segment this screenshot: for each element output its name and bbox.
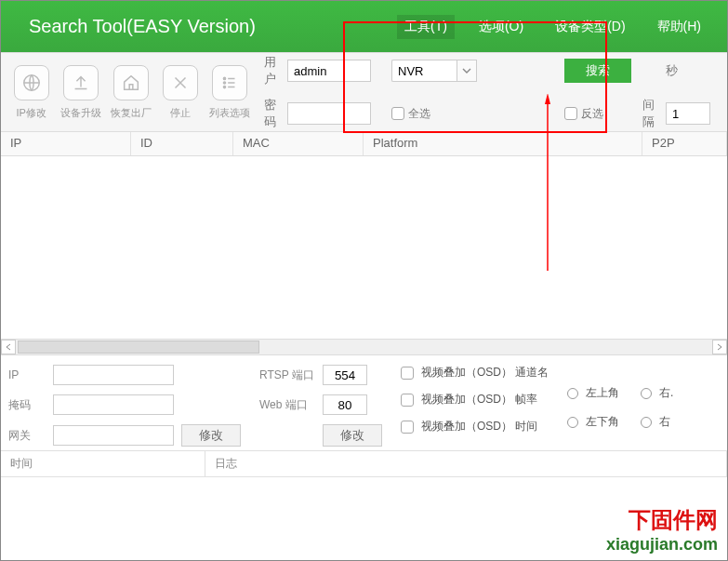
bottom-panel: IP 掩码 网关修改 RTSP 端口 Web 端口 修改 视频叠加（OSD） 通… (1, 355, 727, 451)
modify-net-button[interactable]: 修改 (181, 424, 241, 447)
radio-top-right[interactable] (641, 388, 652, 399)
ip-input[interactable] (53, 365, 174, 385)
log-header: 时间 日志 (1, 451, 727, 477)
select-all-check[interactable]: 全选 (391, 106, 477, 122)
modify-port-button[interactable]: 修改 (323, 424, 382, 447)
svg-point-3 (224, 86, 226, 87)
interval-label: 间隔 (642, 97, 655, 130)
horizontal-scrollbar[interactable] (1, 339, 727, 355)
col-p2p[interactable]: P2P (642, 132, 727, 155)
tool-ip-modify[interactable]: IP修改 (7, 65, 56, 120)
menu-options[interactable]: 选项(O) (471, 15, 531, 39)
tool-factory-reset[interactable]: 恢复出厂 (106, 65, 155, 120)
tool-list-options[interactable]: 列表选项 (205, 65, 255, 120)
tool-stop[interactable]: 停止 (155, 65, 205, 120)
upload-icon (63, 65, 99, 100)
list-icon (212, 65, 247, 100)
rtsp-label: RTSP 端口 (259, 367, 315, 383)
checkbox-icon[interactable] (401, 394, 414, 407)
col-platform[interactable]: Platform (364, 132, 642, 155)
scroll-thumb[interactable] (18, 341, 259, 354)
watermark: 下固件网 xiagujian.com (606, 505, 718, 554)
menu-device-type[interactable]: 设备类型(D) (548, 15, 632, 39)
globe-icon (14, 65, 49, 100)
rtsp-input[interactable] (323, 365, 367, 385)
interval-input[interactable] (666, 102, 710, 125)
menu-help[interactable]: 帮助(H) (650, 15, 708, 39)
tool-device-upgrade[interactable]: 设备升级 (56, 65, 105, 120)
mask-input[interactable] (53, 394, 174, 415)
web-input[interactable] (323, 394, 367, 415)
svg-point-2 (224, 81, 226, 83)
col-mac[interactable]: MAC (233, 132, 364, 155)
radio-bottom-left[interactable] (567, 417, 578, 428)
osd-fps-check[interactable]: 视频叠加（OSD） 帧率 (401, 392, 549, 407)
scroll-right-icon[interactable] (712, 340, 727, 354)
invert-select-check[interactable]: 反选 (564, 106, 631, 122)
title-bar: Search Tool(EASY Version) 工具(T) 选项(O) 设备… (1, 1, 727, 52)
table-header: IP ID MAC Platform P2P (1, 132, 727, 156)
device-type-combo[interactable] (391, 60, 477, 82)
col-id[interactable]: ID (131, 132, 233, 155)
col-ip[interactable]: IP (1, 132, 131, 155)
gateway-input[interactable] (53, 425, 174, 446)
checkbox-icon[interactable] (401, 367, 414, 380)
main-menu: 工具(T) 选项(O) 设备类型(D) 帮助(H) (397, 15, 708, 39)
mask-label: 掩码 (8, 397, 46, 413)
scroll-left-icon[interactable] (1, 340, 16, 354)
web-label: Web 端口 (259, 397, 315, 413)
radio-top-left[interactable] (567, 388, 578, 399)
user-label: 用户 (264, 54, 276, 87)
gateway-label: 网关 (8, 428, 46, 444)
device-type-input[interactable] (391, 60, 457, 82)
svg-point-1 (224, 77, 226, 79)
seconds-label: 秒 (666, 62, 710, 79)
chevron-down-icon[interactable] (457, 60, 477, 82)
table-body[interactable] (1, 156, 727, 339)
user-input[interactable] (287, 60, 371, 82)
ip-label: IP (8, 368, 46, 381)
checkbox-icon[interactable] (401, 421, 414, 434)
checkbox-icon[interactable] (564, 107, 577, 120)
pass-label: 密码 (264, 97, 276, 130)
search-form: 用户 搜索 秒 密码 全选 反选 间隔 (264, 54, 721, 130)
toolbar: IP修改 设备升级 恢复出厂 停止 列表选项 用户 搜 (1, 52, 727, 132)
close-icon (163, 65, 198, 100)
menu-tools[interactable]: 工具(T) (397, 15, 455, 39)
search-button[interactable]: 搜索 (564, 59, 631, 83)
checkbox-icon[interactable] (391, 107, 404, 120)
pass-input[interactable] (287, 102, 371, 125)
osd-channel-check[interactable]: 视频叠加（OSD） 通道名 (401, 365, 549, 381)
osd-time-check[interactable]: 视频叠加（OSD） 时间 (401, 419, 549, 434)
log-log-col[interactable]: 日志 (205, 451, 727, 476)
scroll-track[interactable] (16, 341, 712, 354)
app-title: Search Tool(EASY Version) (29, 16, 256, 37)
radio-bottom-right[interactable] (641, 417, 652, 428)
home-icon (113, 65, 149, 100)
log-time-col[interactable]: 时间 (1, 451, 205, 476)
